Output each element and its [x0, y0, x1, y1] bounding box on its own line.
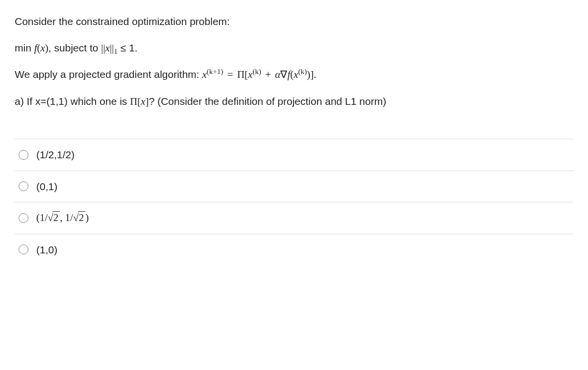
opt3-rad2: 2 — [78, 211, 86, 223]
norm-sub: 1 — [114, 48, 118, 55]
part-a-x: x — [141, 96, 145, 107]
sqrt-icon: √2 — [73, 210, 85, 226]
option-1[interactable]: (1/2,1/2) — [15, 139, 573, 171]
obj-lpar: ( — [37, 42, 41, 54]
opt3-rad1: 2 — [52, 211, 60, 223]
period: . — [314, 69, 316, 80]
part-a-pre: a) If x=(1,1) which one is — [15, 96, 130, 107]
eq-sign: = — [223, 69, 237, 80]
option-label: (1/√2, 1/√2) — [36, 210, 89, 226]
option-label: (1,0) — [36, 242, 57, 258]
min-text: min — [15, 42, 34, 53]
obj-rpar: ) — [45, 42, 49, 54]
subject-to: , subject to — [49, 42, 101, 53]
option-2[interactable]: (0,1) — [15, 171, 573, 203]
opt3-mid: , 1/ — [60, 212, 73, 223]
algo-prefix: We apply a projected gradient algorithm: — [15, 69, 202, 80]
option-3[interactable]: (1/√2, 1/√2) — [15, 202, 573, 234]
pi-op: Π — [237, 69, 245, 80]
xk-base: x — [248, 69, 252, 80]
part-a-pi: Π — [130, 96, 137, 107]
obj-x: x — [41, 42, 45, 54]
opt3-close: ) — [85, 212, 89, 223]
xk1-exp: (k+1) — [207, 68, 223, 75]
option-label: (0,1) — [36, 179, 57, 195]
f-of-x: f(x) — [34, 42, 49, 54]
xk-exp: (k) — [252, 68, 261, 75]
xk2-exp: (k) — [298, 68, 307, 75]
plus-sign: + — [261, 69, 275, 80]
part-a-post: ? (Consider the definition of projection… — [149, 96, 386, 107]
part-a-rbr: ] — [146, 96, 149, 107]
part-a: a) If x=(1,1) which one is Π[x]? (Consid… — [15, 94, 573, 110]
radio-icon[interactable] — [19, 245, 28, 254]
option-4[interactable]: (1,0) — [15, 234, 573, 266]
pi-x: Π[x] — [130, 96, 149, 107]
radio-icon[interactable] — [19, 150, 28, 160]
update-rule: x(k+1) = Π[x(k) + α∇f(x(k))]. — [202, 69, 317, 80]
option-label: (1/2,1/2) — [36, 147, 74, 163]
nabla: ∇ — [280, 69, 287, 80]
norm-expr: ||x||1 — [101, 42, 118, 54]
question-intro: Consider the constrained optimization pr… — [15, 14, 573, 29]
norm-open: || — [101, 42, 105, 54]
leq-1: ≤ 1. — [118, 42, 138, 53]
opt3-open: (1/ — [36, 212, 48, 223]
xk1-base: x — [202, 69, 207, 80]
norm-var: x — [105, 42, 110, 54]
algorithm-line: We apply a projected gradient algorithm:… — [15, 67, 573, 83]
sqrt-icon: √2 — [48, 210, 60, 226]
options-list: (1/2,1/2) (0,1) (1/√2, 1/√2) (1,0) — [15, 139, 573, 265]
radio-icon[interactable] — [19, 213, 28, 223]
radio-icon[interactable] — [19, 181, 28, 191]
objective-line: min f(x), subject to ||x||1 ≤ 1. — [15, 40, 573, 56]
lbracket: [ — [245, 69, 248, 80]
alpha: α — [275, 69, 280, 80]
xk2-base: x — [294, 69, 298, 80]
